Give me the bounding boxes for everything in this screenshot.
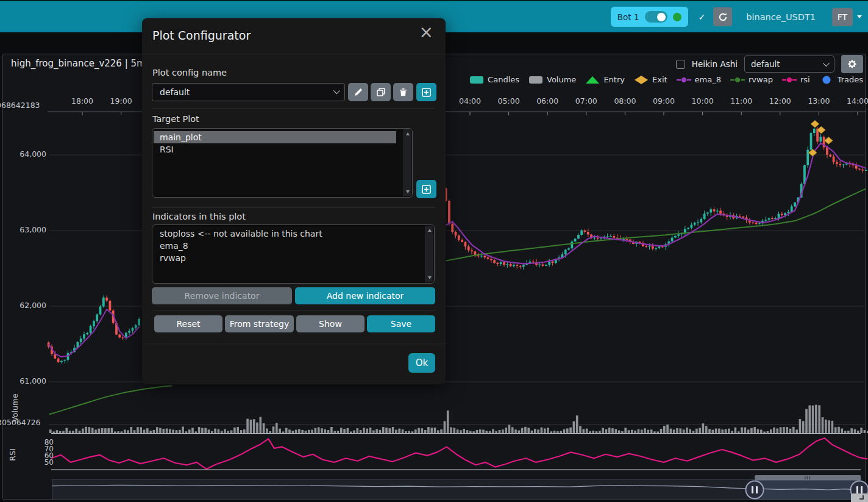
legend-circle-icon (819, 76, 834, 84)
gear-icon (847, 59, 857, 69)
heikin-ashi-label: Heikin Ashi (692, 59, 738, 69)
scroll-up-icon[interactable] (406, 132, 410, 135)
target-plot-option[interactable]: main_plot (154, 131, 396, 143)
add-config-button[interactable] (416, 83, 436, 101)
legend-diamond-icon (634, 76, 649, 84)
edit-config-button[interactable] (348, 83, 368, 101)
plot-configurator-modal: Plot Configurator × Plot config name def… (142, 18, 446, 384)
legend-item-volume[interactable]: Volume (528, 75, 576, 84)
scroll-down-icon[interactable] (406, 190, 410, 193)
indicator-option[interactable]: rvwap (154, 252, 418, 264)
account-menu-button[interactable]: FT (832, 8, 853, 26)
indicator-option[interactable]: stoploss <-- not available in this chart (154, 228, 418, 240)
chart-title: high_frog_binance_v226 | 5m (11, 58, 146, 69)
resize-grip-icon (859, 495, 864, 500)
legend-triangle-icon (585, 76, 600, 84)
legend-label: Exit (652, 75, 667, 84)
chevron-down-icon (823, 60, 830, 66)
legend-item-exit[interactable]: Exit (634, 75, 667, 84)
chart-controls: Heikin Ashi default (676, 55, 863, 73)
plus-square-icon (422, 185, 431, 194)
target-plot-label: Target Plot (152, 114, 199, 124)
config-name-value: default (160, 87, 190, 97)
heikin-ashi-checkbox[interactable] (676, 60, 685, 69)
duplicate-config-button[interactable] (371, 83, 391, 101)
bot-toggle[interactable] (645, 11, 667, 23)
remove-indicator-button[interactable]: Remove indicator (152, 287, 292, 304)
app-root: Bot 1 ✓ binance_USDT1 FT 18:0019:0004:00… (0, 0, 868, 502)
legend-label: Candles (488, 75, 519, 84)
resize-grip[interactable] (851, 493, 868, 502)
legend-linedot-icon (782, 76, 797, 84)
reload-button[interactable] (713, 7, 732, 26)
indicator-option[interactable]: ema_8 (154, 240, 418, 252)
plot-template-select[interactable]: default (744, 56, 834, 73)
scroll-down-icon[interactable] (428, 276, 432, 279)
add-new-indicator-button[interactable]: Add new indicator (295, 287, 435, 304)
legend-item-ema_8[interactable]: ema_8 (677, 75, 721, 84)
legend-label: Volume (547, 75, 576, 84)
copy-icon (377, 88, 385, 96)
legend-label: Trades (838, 75, 863, 84)
trash-icon (399, 88, 407, 96)
legend-rect-icon (528, 76, 543, 84)
close-icon[interactable]: × (416, 23, 437, 41)
check-icon[interactable]: ✓ (699, 12, 706, 22)
legend-item-trades[interactable]: Trades (819, 75, 863, 84)
legend-rect-icon (469, 76, 484, 84)
ok-button[interactable]: Ok (408, 353, 435, 373)
config-name-label: Plot config name (152, 68, 227, 77)
legend-item-rvwap[interactable]: rvwap (730, 75, 773, 84)
legend-label: ema_8 (695, 75, 721, 84)
show-button[interactable]: Show (296, 315, 365, 332)
plot-template-value: default (751, 59, 780, 69)
legend-item-candles[interactable]: Candles (469, 75, 519, 84)
legend-linedot-icon (730, 76, 745, 84)
plus-square-icon (422, 88, 431, 97)
legend-label: Entry (603, 75, 625, 84)
scrollbar[interactable] (425, 226, 433, 282)
bot-selector[interactable]: Bot 1 (611, 7, 688, 27)
legend-item-entry[interactable]: Entry (585, 75, 625, 84)
legend-label: rvwap (749, 75, 773, 84)
indicators-label: Indicators in this plot (152, 212, 246, 221)
refresh-icon (718, 12, 728, 22)
chevron-down-icon (333, 87, 340, 94)
indicators-listbox[interactable]: stoploss <-- not available in this chart… (152, 224, 435, 284)
scroll-up-icon[interactable] (428, 229, 432, 232)
caret-down-icon (857, 15, 862, 18)
pair-name: binance_USDT1 (746, 12, 816, 22)
bot-name: Bot 1 (617, 12, 639, 22)
chart-legend: CandlesVolumeEntryExitema_8rvwaprsiTrade… (469, 75, 863, 84)
modal-header: Plot Configurator × (142, 18, 446, 54)
modal-title: Plot Configurator (152, 29, 251, 42)
bot-online-icon (673, 13, 681, 21)
legend-label: rsi (800, 75, 810, 84)
pencil-icon (354, 88, 363, 96)
legend-item-rsi[interactable]: rsi (782, 75, 810, 84)
add-plot-button[interactable] (416, 180, 436, 198)
target-plot-option[interactable]: RSI (154, 143, 396, 156)
delete-config-button[interactable] (393, 83, 413, 101)
save-button[interactable]: Save (367, 315, 435, 332)
reset-button[interactable]: Reset (154, 315, 222, 332)
legend-linedot-icon (677, 76, 691, 84)
toggle-knob (657, 13, 666, 21)
from-strategy-button[interactable]: From strategy (225, 315, 294, 332)
plot-settings-button[interactable] (841, 55, 863, 73)
scrollbar[interactable] (404, 129, 411, 196)
config-name-select[interactable]: default (152, 83, 345, 101)
target-plot-listbox[interactable]: main_plotRSI (152, 128, 413, 198)
